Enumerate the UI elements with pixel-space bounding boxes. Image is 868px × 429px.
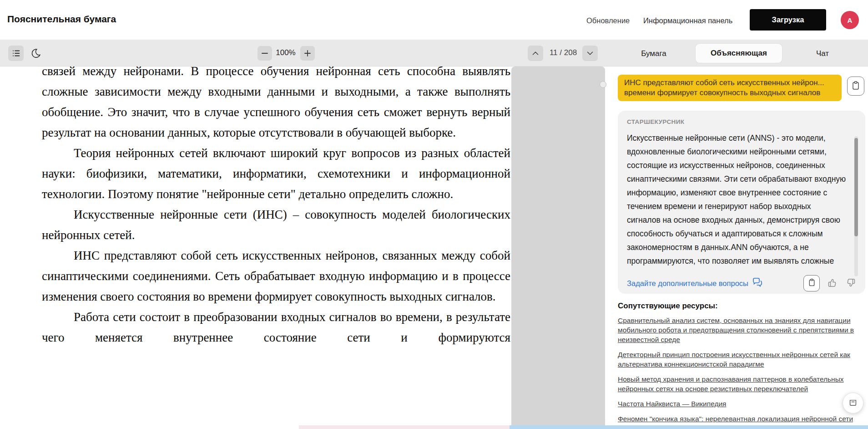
document-paragraph: связей между нейронами. В процессе обуче… xyxy=(42,61,510,143)
explainer-panel: ИНС представляют собой сеть искусственны… xyxy=(608,66,868,429)
copy-answer-button[interactable] xyxy=(803,275,820,291)
chevron-up-icon xyxy=(530,48,540,58)
nav-link-dashboard[interactable]: Информационная панель xyxy=(643,16,732,25)
page-indicator: 11 / 208 xyxy=(546,48,580,57)
explainer-text: Искусственные нейронные сети (ANNS) - эт… xyxy=(627,131,846,271)
resources-title: Сопутствующие ресурсы: xyxy=(618,301,861,311)
resource-link[interactable]: Частота Найквиста — Википедия xyxy=(618,399,861,409)
copy-quote-button[interactable] xyxy=(847,77,864,96)
bottom-scroll-strip[interactable] xyxy=(510,425,868,429)
app-header: Пояснительная бумага Обновление Информац… xyxy=(0,0,868,40)
chat-bubbles-icon xyxy=(752,277,763,289)
highlight-quote[interactable]: ИНС представляют собой сеть искусственны… xyxy=(618,75,842,101)
trash-icon xyxy=(848,397,858,409)
document-paragraph: ИНС представляют собой сеть искусственны… xyxy=(42,245,510,307)
viewer-toolbar: 100% 11 / 208 Бумага Объясн xyxy=(0,40,868,66)
document-paragraph: Искусственные нейронные сети (ИНС) – сов… xyxy=(42,204,510,245)
speaker-label: СТАРШЕКУРСНИК xyxy=(627,118,856,125)
app-window: связей между нейронами. В процессе обуче… xyxy=(0,0,868,429)
zoom-level: 100% xyxy=(273,48,298,57)
clear-button[interactable] xyxy=(843,393,863,414)
document-paragraph: Теория нейронных сетей включают широкий … xyxy=(42,143,510,204)
card-footer: Задайте дополнительные вопросы xyxy=(627,275,856,291)
outline-toggle-button[interactable] xyxy=(8,46,24,61)
chevron-down-icon xyxy=(585,48,595,58)
upload-button[interactable]: Загрузка xyxy=(750,9,826,31)
tab-chat[interactable]: Чат xyxy=(795,46,850,62)
tab-paper[interactable]: Бумага xyxy=(624,46,683,62)
explainer-card: СТАРШЕКУРСНИК Искусственные нейронные се… xyxy=(618,111,865,294)
bottom-scroll-strip[interactable] xyxy=(299,425,510,429)
thumbs-up-icon xyxy=(827,277,838,290)
document-paragraph: Работа сети состоит в преобразовании вхо… xyxy=(42,307,510,348)
thumbs-down-icon xyxy=(845,277,856,290)
resource-link[interactable]: Новый метод хранения и распознавания пат… xyxy=(618,374,861,393)
page-gap-background xyxy=(511,66,605,429)
thumbs-up-button[interactable] xyxy=(827,277,838,290)
thumbs-down-button[interactable] xyxy=(845,277,856,290)
related-resources: Сопутствующие ресурсы: Сравнительный ана… xyxy=(618,301,861,429)
page-next-button[interactable] xyxy=(582,46,598,61)
plus-icon xyxy=(303,49,312,57)
nav-link-updates[interactable]: Обновление xyxy=(586,16,630,25)
minus-icon xyxy=(261,49,269,57)
clipboard-icon xyxy=(807,278,816,289)
page-prev-button[interactable] xyxy=(528,46,543,61)
dark-mode-button[interactable] xyxy=(28,46,44,61)
ask-more-link[interactable]: Задайте дополнительные вопросы xyxy=(627,277,763,289)
resource-link[interactable]: Сравнительный анализ систем, основанных … xyxy=(618,316,861,344)
user-avatar[interactable]: A xyxy=(841,11,859,29)
zoom-out-button[interactable] xyxy=(257,46,272,61)
tab-explainer[interactable]: Объясняющая xyxy=(696,44,782,63)
document-text: связей между нейронами. В процессе обуче… xyxy=(42,61,510,348)
pane-resize-handle[interactable] xyxy=(600,81,606,88)
card-scrollbar-thumb[interactable] xyxy=(854,138,858,236)
page-title: Пояснительная бумага xyxy=(7,14,116,25)
answer-actions xyxy=(803,275,856,291)
list-icon xyxy=(11,48,21,58)
zoom-in-button[interactable] xyxy=(300,46,315,61)
resource-link[interactable]: Детекторный принцип построения искусстве… xyxy=(618,350,861,369)
clipboard-icon xyxy=(851,80,861,92)
moon-icon xyxy=(30,48,41,59)
